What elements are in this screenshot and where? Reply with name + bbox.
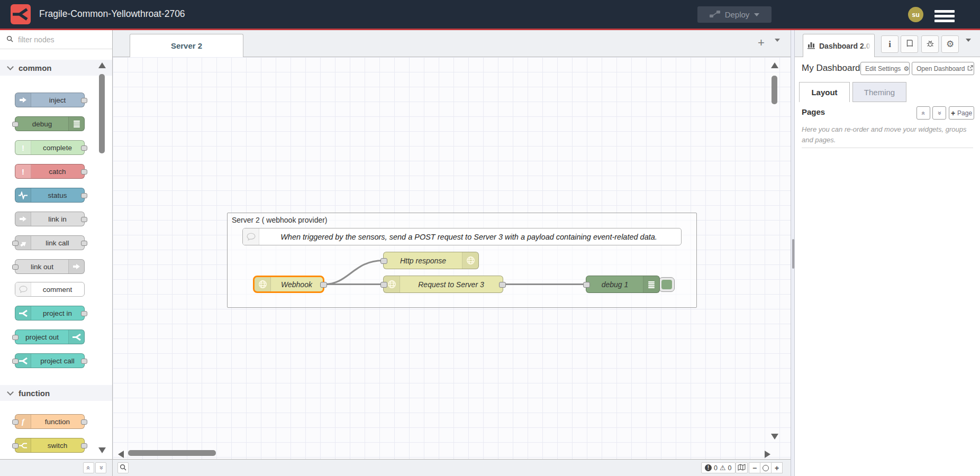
hscrollbar-thumb[interactable] xyxy=(128,450,216,456)
tab-theming[interactable]: Theming xyxy=(852,82,906,102)
add-flow-button[interactable]: + xyxy=(758,36,765,50)
main-menu-button[interactable] xyxy=(934,8,955,24)
palette-node-project-in[interactable]: project in xyxy=(15,306,85,321)
move-page-down-button[interactable]: « xyxy=(932,106,946,120)
palette-category-common[interactable]: common xyxy=(0,60,112,76)
port-out[interactable] xyxy=(81,241,87,246)
port-out[interactable] xyxy=(81,217,87,222)
palette-filter-input[interactable] xyxy=(17,35,93,44)
port-out[interactable] xyxy=(81,359,87,364)
flow-canvas[interactable]: Server 2 ( webhook provider) When trigge… xyxy=(113,57,791,459)
palette-expand-categories-button[interactable]: « xyxy=(95,462,106,473)
palette-node-status[interactable]: status xyxy=(15,188,85,203)
palette-node-label: switch xyxy=(31,438,84,452)
port-out[interactable] xyxy=(81,443,87,448)
zoom-out-button[interactable]: − xyxy=(749,462,760,473)
palette-node-switch[interactable]: switch xyxy=(15,438,85,453)
notifications-badge[interactable]: ! 0 ⚠ 0 xyxy=(701,462,736,473)
speech-bubble-icon xyxy=(243,228,259,245)
palette-node-label: project out xyxy=(15,330,69,344)
palette-filter[interactable] xyxy=(0,30,112,49)
flow-list-button[interactable] xyxy=(775,42,780,51)
comment-text: When triggered by the sensors, send a PO… xyxy=(259,228,679,245)
edit-settings-button[interactable]: Edit Settings ⚙ xyxy=(860,62,910,75)
sidebar-tab-help[interactable] xyxy=(901,35,918,53)
node-body: link in xyxy=(15,212,84,226)
tab-layout[interactable]: Layout xyxy=(799,82,850,102)
tab-label: Theming xyxy=(864,88,895,97)
palette-collapse-categories-button[interactable]: « xyxy=(83,462,94,473)
hscroll-left-arrow[interactable] xyxy=(118,451,124,458)
sidebar-tab-config[interactable]: ⚙ xyxy=(941,35,959,53)
port-out[interactable] xyxy=(320,282,327,288)
palette-node-comment[interactable]: comment xyxy=(15,282,85,297)
port-in[interactable] xyxy=(12,359,19,364)
palette-node-catch[interactable]: ! catch xyxy=(15,164,85,179)
node-label: debug 1 xyxy=(586,276,643,292)
palette-footer: « « xyxy=(0,460,113,476)
port-in[interactable] xyxy=(12,335,19,340)
port-in[interactable] xyxy=(380,282,387,288)
zoom-reset-button[interactable] xyxy=(760,462,772,473)
port-out[interactable] xyxy=(81,169,87,175)
port-in[interactable] xyxy=(12,419,19,425)
sidebar-tab-list-button[interactable] xyxy=(966,42,971,51)
palette-node-inject[interactable]: inject xyxy=(15,93,85,107)
port-out[interactable] xyxy=(81,98,87,103)
deploy-options-caret-icon[interactable] xyxy=(754,13,759,16)
comment-node[interactable]: When triggered by the sensors, send a PO… xyxy=(242,228,682,245)
node-webhook[interactable]: Webhook xyxy=(253,276,324,293)
flow-tab-server2[interactable]: Server 2 xyxy=(130,34,243,57)
vscrollbar-thumb[interactable] xyxy=(772,76,777,104)
port-out[interactable] xyxy=(81,145,87,151)
palette-node-project-out[interactable]: project out xyxy=(15,329,85,344)
vscroll-down-arrow[interactable] xyxy=(771,434,778,440)
node-red-logo-icon xyxy=(11,4,31,24)
node-debug1[interactable]: debug 1 xyxy=(586,276,660,293)
user-avatar[interactable]: su xyxy=(908,7,923,22)
port-out[interactable] xyxy=(81,419,87,425)
sidebar-resize-handle[interactable] xyxy=(791,30,795,476)
sidebar-tab-info[interactable]: i xyxy=(881,35,899,53)
deploy-label: Deploy xyxy=(725,10,750,19)
palette-node-function[interactable]: f function xyxy=(15,414,85,429)
port-out[interactable] xyxy=(81,311,87,316)
search-flows-button[interactable] xyxy=(117,462,129,473)
inject-arrow-icon xyxy=(15,93,31,107)
node-request-to-server3[interactable]: Request to Server 3 xyxy=(383,276,503,293)
port-out[interactable] xyxy=(81,193,87,198)
palette-node-project-call[interactable]: project call xyxy=(15,353,85,368)
toggle-navigator-button[interactable] xyxy=(736,462,748,473)
sidebar-tab-debug[interactable] xyxy=(921,35,939,53)
palette-node-label: catch xyxy=(31,164,84,178)
port-in[interactable] xyxy=(12,122,19,127)
node-body: project call xyxy=(15,354,84,368)
port-in[interactable] xyxy=(12,443,19,448)
port-in[interactable] xyxy=(380,258,387,264)
port-in[interactable] xyxy=(583,282,590,288)
port-in[interactable] xyxy=(12,241,19,246)
palette-node-link-call[interactable]: link call xyxy=(15,235,85,250)
add-page-button[interactable]: + Page xyxy=(949,106,974,120)
port-in[interactable] xyxy=(12,264,19,270)
zoom-in-button[interactable]: + xyxy=(771,462,783,473)
palette-scrollbar-thumb[interactable] xyxy=(99,74,105,153)
palette-node-link-in[interactable]: link in xyxy=(15,212,85,226)
hscroll-right-arrow[interactable] xyxy=(765,451,770,458)
debug-lines-icon xyxy=(643,276,659,292)
palette-node-debug[interactable]: debug xyxy=(15,116,85,131)
node-http-response[interactable]: Http response xyxy=(383,252,479,269)
palette-node-complete[interactable]: ! complete xyxy=(15,140,85,155)
vscroll-up-arrow[interactable] xyxy=(771,62,778,68)
palette-scroll-up-arrow[interactable] xyxy=(98,62,106,68)
palette-scroll-down-arrow[interactable] xyxy=(98,447,106,453)
sidebar-tab-dashboard[interactable]: Dashboard 2.0 xyxy=(803,34,875,57)
deploy-button[interactable]: Deploy xyxy=(697,6,772,23)
palette-category-function[interactable]: function xyxy=(0,385,112,401)
port-out[interactable] xyxy=(499,282,506,288)
palette-node-label: project call xyxy=(31,354,84,368)
debug-enable-toggle[interactable] xyxy=(659,277,675,292)
move-page-up-button[interactable]: « xyxy=(917,106,930,120)
open-dashboard-button[interactable]: Open Dashboard xyxy=(912,62,974,75)
palette-node-link-out[interactable]: link out xyxy=(15,259,85,274)
